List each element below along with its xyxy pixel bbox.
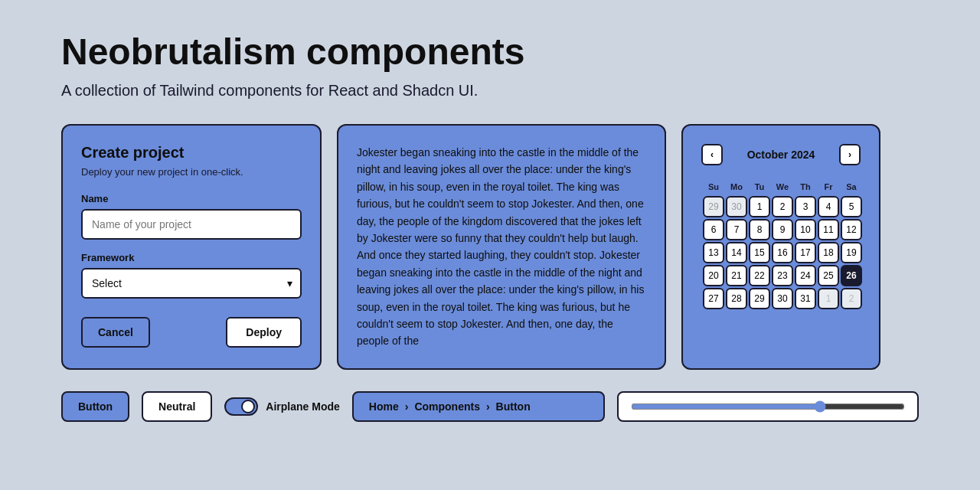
calendar-day[interactable]: 29 (749, 288, 770, 309)
breadcrumb-components[interactable]: Components (414, 400, 480, 413)
calendar-week-row: 272829303112 (703, 288, 862, 309)
slider-input[interactable] (631, 400, 905, 413)
calendar-week-row: 20212223242526 (703, 265, 862, 286)
calendar-day[interactable]: 2 (772, 196, 793, 217)
cal-header-fr: Fr (818, 179, 839, 194)
airplane-mode-label: Airplane Mode (266, 400, 339, 413)
create-project-subtitle: Deploy your new project in one-click. (81, 166, 302, 178)
bottom-row: Button Neutral Airplane Mode Home › Comp… (61, 391, 919, 422)
calendar-next-button[interactable]: › (839, 144, 861, 165)
calendar-day[interactable]: 3 (795, 196, 816, 217)
calendar-day[interactable]: 13 (703, 242, 724, 263)
calendar-day[interactable]: 31 (795, 288, 816, 309)
framework-select[interactable]: Select React Next.js Vue (81, 268, 302, 299)
breadcrumb-sep-1: › (405, 400, 409, 413)
airplane-mode-toggle-container: Airplane Mode (224, 397, 339, 416)
name-label: Name (81, 193, 302, 204)
cal-header-th: Th (795, 179, 816, 194)
breadcrumb-button[interactable]: Button (496, 400, 531, 413)
calendar-week-row: 293012345 (703, 196, 862, 217)
calendar-day[interactable]: 9 (772, 219, 793, 240)
page-container: Neobrutalism components A collection of … (0, 0, 980, 452)
calendar-day[interactable]: 6 (703, 219, 724, 240)
calendar-day[interactable]: 15 (749, 242, 770, 263)
toggle-thumb (241, 400, 255, 413)
calendar-day[interactable]: 11 (818, 219, 839, 240)
calendar-day[interactable]: 2 (841, 288, 862, 309)
primary-button[interactable]: Button (61, 391, 129, 422)
form-button-row: Cancel Deploy (81, 317, 302, 348)
cal-header-we: We (772, 179, 793, 194)
calendar-day[interactable]: 12 (841, 219, 862, 240)
cards-row: Create project Deploy your new project i… (61, 124, 919, 370)
text-card-content: Jokester began sneaking into the castle … (357, 144, 646, 350)
calendar-day[interactable]: 16 (772, 242, 793, 263)
framework-select-wrapper: Select React Next.js Vue ▾ (81, 268, 302, 299)
calendar-day[interactable]: 10 (795, 219, 816, 240)
create-project-title: Create project (81, 144, 302, 162)
cal-header-mo: Mo (726, 179, 747, 194)
project-name-input[interactable] (81, 209, 302, 240)
calendar-day[interactable]: 20 (703, 265, 724, 286)
calendar-day[interactable]: 30 (772, 288, 793, 309)
calendar-day[interactable]: 25 (818, 265, 839, 286)
calendar-month-year: October 2024 (747, 149, 815, 161)
cal-header-sa: Sa (841, 179, 862, 194)
calendar-day[interactable]: 23 (772, 265, 793, 286)
calendar-day[interactable]: 4 (818, 196, 839, 217)
calendar-day[interactable]: 1 (749, 196, 770, 217)
breadcrumb-sep-2: › (486, 400, 490, 413)
calendar-day[interactable]: 1 (818, 288, 839, 309)
calendar-body: 2930123456789101112131415161718192021222… (703, 196, 862, 309)
calendar-day[interactable]: 26 (841, 265, 862, 286)
page-subtitle: A collection of Tailwind components for … (61, 82, 919, 100)
slider-container (617, 391, 919, 422)
calendar-week-row: 13141516171819 (703, 242, 862, 263)
calendar-day[interactable]: 19 (841, 242, 862, 263)
calendar-day[interactable]: 18 (818, 242, 839, 263)
calendar-day[interactable]: 24 (795, 265, 816, 286)
page-title: Neobrutalism components (61, 31, 919, 73)
framework-label: Framework (81, 252, 302, 263)
deploy-button[interactable]: Deploy (226, 317, 302, 348)
calendar-day[interactable]: 27 (703, 288, 724, 309)
calendar-thead: Su Mo Tu We Th Fr Sa (703, 179, 862, 194)
calendar-week-row: 6789101112 (703, 219, 862, 240)
calendar-header: ‹ October 2024 › (701, 144, 861, 165)
airplane-mode-toggle[interactable] (224, 397, 258, 416)
calendar-header-row: Su Mo Tu We Th Fr Sa (703, 179, 862, 194)
calendar-day[interactable]: 21 (726, 265, 747, 286)
calendar-prev-button[interactable]: ‹ (701, 144, 723, 165)
calendar-day[interactable]: 22 (749, 265, 770, 286)
breadcrumb: Home › Components › Button (352, 391, 605, 422)
calendar-day[interactable]: 5 (841, 196, 862, 217)
breadcrumb-home[interactable]: Home (369, 400, 399, 413)
cancel-button[interactable]: Cancel (81, 317, 150, 348)
cal-header-su: Su (703, 179, 724, 194)
calendar-card: ‹ October 2024 › Su Mo Tu We Th Fr Sa (681, 124, 880, 370)
calendar-day[interactable]: 17 (795, 242, 816, 263)
calendar-day[interactable]: 28 (726, 288, 747, 309)
calendar-day[interactable]: 14 (726, 242, 747, 263)
calendar-day[interactable]: 29 (703, 196, 724, 217)
cal-header-tu: Tu (749, 179, 770, 194)
neutral-button[interactable]: Neutral (142, 391, 212, 422)
calendar-grid: Su Mo Tu We Th Fr Sa 2930123456789101112… (701, 178, 864, 311)
create-project-card: Create project Deploy your new project i… (61, 124, 322, 370)
calendar-day[interactable]: 7 (726, 219, 747, 240)
calendar-day[interactable]: 30 (726, 196, 747, 217)
calendar-day[interactable]: 8 (749, 219, 770, 240)
text-card: Jokester began sneaking into the castle … (337, 124, 666, 370)
